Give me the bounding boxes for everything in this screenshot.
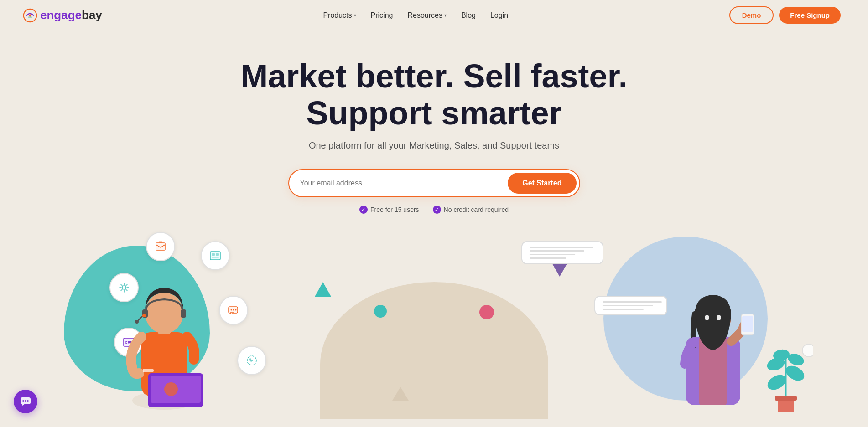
blob-center — [320, 282, 548, 419]
svg-point-48 — [25, 400, 26, 402]
navigation: engagebay Products ▾ Pricing Resources ▾… — [0, 0, 868, 31]
illustration-area: CRM — [0, 227, 868, 419]
logo[interactable]: engagebay — [23, 8, 102, 23]
svg-point-13 — [231, 309, 232, 311]
email-form: Get Started — [288, 169, 580, 197]
circle-red — [479, 305, 494, 319]
svg-rect-23 — [142, 314, 146, 317]
hero-section: Market better. Sell faster. Support smar… — [0, 31, 868, 214]
float-circle-phone — [237, 346, 266, 375]
check-icon-1: ✓ — [359, 206, 368, 214]
svg-point-47 — [22, 400, 24, 402]
nav-login[interactable]: Login — [490, 11, 508, 20]
nav-resources[interactable]: Resources ▾ — [407, 11, 446, 20]
svg-rect-36 — [742, 316, 753, 332]
triangle-outline-bottom — [392, 373, 409, 401]
logo-bay: bay — [82, 8, 102, 22]
triangle-purple — [552, 264, 567, 277]
nav-pricing[interactable]: Pricing — [371, 11, 393, 20]
svg-point-27 — [164, 382, 178, 396]
signup-button[interactable]: Free Signup — [779, 7, 841, 24]
hero-subheadline: One platform for all your Marketing, Sal… — [309, 140, 559, 151]
svg-point-14 — [233, 309, 234, 311]
hero-headline: Market better. Sell faster. Support smar… — [240, 58, 627, 131]
email-input[interactable] — [300, 179, 508, 187]
nav-blog[interactable]: Blog — [461, 11, 476, 20]
svg-point-49 — [27, 400, 29, 402]
trust-badges: ✓ Free for 15 users ✓ No credit card req… — [359, 206, 509, 214]
svg-point-1 — [29, 14, 31, 16]
logo-engage: engage — [40, 8, 82, 22]
nav-links: Products ▾ Pricing Resources ▾ Blog Logi… — [323, 11, 508, 20]
svg-point-34 — [717, 315, 721, 320]
svg-rect-28 — [143, 369, 154, 372]
svg-point-33 — [705, 315, 709, 320]
demo-button[interactable]: Demo — [729, 6, 774, 24]
plant-decoration — [759, 328, 813, 419]
svg-point-41 — [783, 363, 807, 384]
badge-free-users: ✓ Free for 15 users — [359, 206, 419, 214]
person-left — [105, 246, 223, 419]
svg-rect-3 — [159, 241, 162, 243]
svg-point-24 — [135, 320, 139, 324]
chat-bubble-1 — [521, 241, 603, 264]
triangle-teal — [315, 282, 331, 297]
get-started-button[interactable]: Get Started — [508, 173, 576, 194]
svg-rect-22 — [181, 309, 186, 318]
badge-no-credit: ✓ No credit card required — [433, 206, 509, 214]
chat-widget[interactable] — [14, 390, 37, 413]
nav-products[interactable]: Products ▾ — [323, 11, 356, 20]
products-chevron-icon: ▾ — [354, 13, 356, 18]
check-icon-2: ✓ — [433, 206, 441, 214]
resources-chevron-icon: ▾ — [444, 13, 447, 18]
chat-bubble-2 — [594, 296, 667, 315]
svg-rect-38 — [775, 396, 797, 401]
person-right — [658, 255, 768, 419]
svg-point-40 — [765, 372, 789, 393]
svg-point-45 — [802, 344, 813, 357]
svg-point-15 — [235, 309, 237, 311]
nav-actions: Demo Free Signup — [729, 6, 841, 24]
